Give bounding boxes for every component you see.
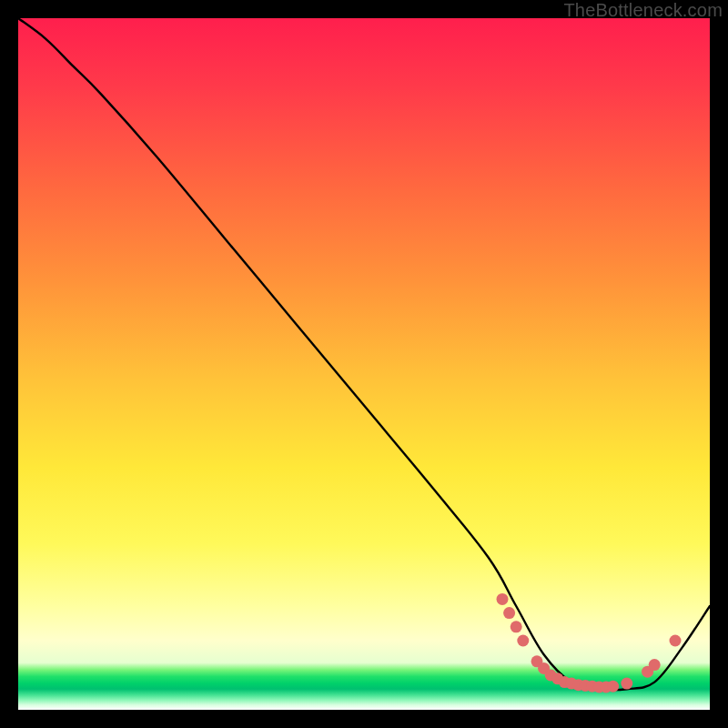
curve-path: [18, 18, 710, 690]
marker-dot: [511, 621, 522, 632]
plot-area: [18, 18, 710, 710]
marker-dot: [607, 681, 619, 693]
marker-dot: [621, 678, 632, 690]
marker-dot: [497, 593, 509, 605]
marker-dot: [517, 635, 529, 647]
marker-dots: [497, 593, 682, 693]
chart-svg: [18, 18, 710, 710]
watermark-text: TheBottleneck.com: [563, 0, 723, 21]
marker-dot: [649, 659, 661, 671]
marker-dot: [503, 607, 515, 619]
chart-stage: TheBottleneck.com: [0, 0, 728, 728]
marker-dot: [670, 635, 682, 647]
